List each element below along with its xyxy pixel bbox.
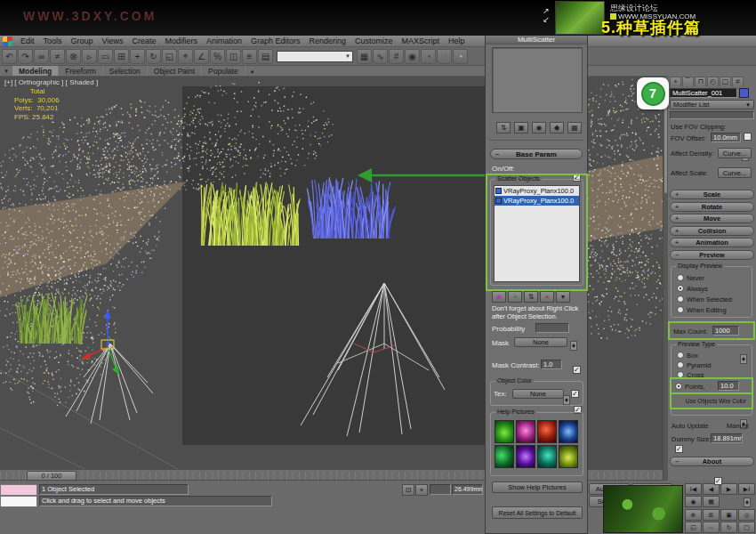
rollout-move[interactable]: Move <box>670 214 754 223</box>
help-picture-1[interactable] <box>495 420 514 443</box>
select-object-icon[interactable]: ▹ <box>82 49 97 64</box>
ms-star-icon[interactable]: ◆ <box>550 122 564 134</box>
zoom-extents-icon[interactable]: ▣ <box>720 509 737 521</box>
select-region-icon[interactable]: ▭ <box>98 49 113 64</box>
go-to-start-icon[interactable]: Ⅰ◀ <box>685 483 702 495</box>
menu-graph-editors[interactable]: Graph Editors <box>246 36 305 46</box>
ribbon-tab-object-paint[interactable]: Object Paint <box>148 66 202 76</box>
ribbon-tab-selection[interactable]: Selection <box>103 66 148 76</box>
affect-scale-curve-button[interactable]: Curve... <box>718 167 752 178</box>
mirror-icon[interactable]: ◫ <box>226 49 241 64</box>
schematic-view-icon[interactable]: # <box>389 49 404 64</box>
rollout-base-param[interactable]: Base Param <box>490 149 583 159</box>
ribbon-tab-populate[interactable]: Populate <box>202 66 245 76</box>
rollout-collision[interactable]: Collision <box>670 226 754 236</box>
absolute-mode-icon[interactable]: ⌖ <box>415 484 428 496</box>
probability-field[interactable] <box>535 323 569 333</box>
ms-target-icon[interactable]: ◉ <box>532 122 546 134</box>
menu-create[interactable]: Create <box>127 36 160 46</box>
align-icon[interactable]: ≡ <box>242 49 257 64</box>
fov-clipping-checkbox[interactable] <box>744 133 752 141</box>
wire-color-checkbox[interactable] <box>675 445 683 453</box>
menu-maxscript[interactable]: MAXScript <box>398 36 445 46</box>
scatter-objects-list[interactable]: VRayProxy_Planx100.0VRayProxy_Planx100.0 <box>494 185 580 282</box>
ribbon-tab-freeform[interactable]: Freeform <box>59 66 102 76</box>
redo-icon[interactable]: ↷ <box>18 49 33 64</box>
utilities-tab-icon[interactable]: # <box>732 77 744 86</box>
curve-editor-icon[interactable]: ∿ <box>373 49 388 64</box>
ribbon-toggle-icon[interactable]: ▦ <box>357 49 372 64</box>
object-menu-icon[interactable]: ▾ <box>556 291 570 303</box>
play-icon[interactable]: ▶ <box>720 483 737 495</box>
radio-points[interactable]: Points, <box>675 382 705 391</box>
mask-checkbox[interactable] <box>573 366 581 374</box>
viewport-label[interactable]: [+] [ Orthographic ] [ Shaded ] <box>4 78 98 86</box>
hierarchy-tab-icon[interactable]: ⊓ <box>695 77 706 86</box>
multiscatter-titlebar[interactable]: MultiScatter <box>486 35 587 44</box>
add-object-icon[interactable]: + <box>508 291 522 303</box>
radio-never[interactable]: Never <box>677 273 704 282</box>
selection-lock-icon[interactable]: ⊡ <box>402 484 414 496</box>
radio-when-selected[interactable]: When Selected <box>677 295 732 303</box>
pan-icon[interactable]: ⇔ <box>703 522 720 533</box>
undo-icon[interactable]: ↶ <box>2 49 17 64</box>
display-tab-icon[interactable]: ▢ <box>720 77 731 86</box>
bind-to-space-warp-icon[interactable]: ⊗ <box>66 49 81 64</box>
ms-pin-icon[interactable]: ▣ <box>514 122 528 134</box>
radio-box[interactable]: Box <box>677 351 698 360</box>
rollout-animation[interactable]: Animation <box>670 238 754 247</box>
expand-arrows-icon[interactable]: ↗↙ <box>538 6 554 24</box>
menu-modifiers[interactable]: Modifiers <box>160 36 202 46</box>
material-editor-icon[interactable]: ◉ <box>405 49 420 64</box>
select-rotate-icon[interactable]: ↻ <box>146 49 161 64</box>
key-mode-toggle-icon[interactable]: ◉ <box>685 496 702 507</box>
reset-button[interactable]: Reset All Settings to Default <box>492 506 583 519</box>
zoom-extents-all-icon[interactable]: ◎ <box>738 509 755 521</box>
show-help-pictures-button[interactable]: Show Help Pictures <box>492 481 583 493</box>
radio-pyramid[interactable]: Pyramid <box>677 360 712 369</box>
maximize-viewport-icon[interactable]: ▢ <box>738 522 755 533</box>
coordinate-field-x[interactable] <box>430 484 451 495</box>
help-picture-7[interactable] <box>537 445 557 468</box>
menu-animation[interactable]: Animation <box>202 36 246 46</box>
render-setup-icon[interactable]: ◔ <box>421 49 436 64</box>
help-picture-5[interactable] <box>495 445 514 468</box>
fov-offset-field[interactable]: 10.0mm <box>711 133 741 142</box>
modify-tab-icon[interactable]: ⌒ <box>682 77 694 86</box>
field-of-view-icon[interactable]: ◱ <box>685 522 702 533</box>
delete-object-icon[interactable]: × <box>540 291 554 303</box>
pivot-icon[interactable]: ⌖ <box>178 49 193 64</box>
menu-edit[interactable]: Edit <box>16 36 39 46</box>
ribbon-config-icon[interactable]: ▾ <box>0 68 12 75</box>
unlink-icon[interactable]: ≠ <box>50 49 65 64</box>
ribbon-minimize-icon[interactable]: ▴ <box>251 68 254 75</box>
select-link-icon[interactable]: ∞ <box>34 49 49 64</box>
rollout-preview[interactable]: Preview <box>670 250 754 260</box>
percent-snap-icon[interactable]: % <box>210 49 225 64</box>
rendered-frame-icon[interactable]: ◔ <box>437 49 452 64</box>
dummy-size-field[interactable]: 18.891mm <box>711 433 743 443</box>
tex-checkbox[interactable] <box>571 390 579 398</box>
probability-spinner[interactable] <box>570 341 577 351</box>
rollout-rotate[interactable]: Rotate <box>670 202 754 212</box>
multiscatter-object-icon[interactable]: ◉ <box>492 291 506 303</box>
maxscript-mini-listener[interactable] <box>0 496 37 507</box>
ms-sort-icon[interactable]: ⇅ <box>496 122 511 134</box>
menu-views[interactable]: Views <box>98 36 128 46</box>
motion-tab-icon[interactable]: ◴ <box>707 77 719 86</box>
ms-grid-icon[interactable]: ▦ <box>567 122 582 134</box>
select-scale-icon[interactable]: ◱ <box>162 49 177 64</box>
zoom-icon[interactable]: ⊕ <box>685 509 702 521</box>
create-tab-icon[interactable]: + <box>670 77 681 86</box>
named-selection-set-dropdown[interactable]: ▼ <box>277 51 353 62</box>
window-crossing-icon[interactable]: ⊞ <box>114 49 129 64</box>
radio-cross[interactable]: Cross <box>677 370 704 379</box>
radio-always[interactable]: Always <box>677 284 708 293</box>
scatter-object-row[interactable]: VRayProxy_Planx100.0 <box>495 196 579 206</box>
orbit-icon[interactable]: ↻ <box>720 522 737 533</box>
help-picture-2[interactable] <box>516 420 535 443</box>
menu-customize[interactable]: Customize <box>350 36 398 46</box>
coordinate-field-z[interactable]: 26.499mm <box>452 484 483 495</box>
object-color-swatch[interactable] <box>739 88 749 98</box>
help-picture-4[interactable] <box>559 420 578 443</box>
